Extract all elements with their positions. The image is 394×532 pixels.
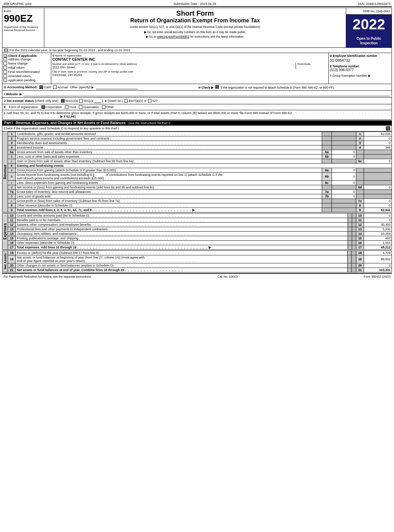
line-num-18: 18 — [356, 251, 364, 255]
expenses-table: 10 Grants and similar amounts paid (list… — [8, 213, 392, 250]
row-num-5a: 5a — [8, 150, 16, 155]
line-num-17: 17 — [356, 245, 364, 250]
revenue-side-label: Revenue — [2, 132, 8, 212]
k-label-letter: K — [4, 105, 6, 109]
shaded-10 — [348, 213, 352, 218]
row-desc-4: Investment income . . . . . . . . . . . … — [16, 145, 322, 150]
shaded-6d-sub2 — [332, 185, 356, 190]
sub-amount-6c: 0 — [332, 181, 356, 185]
shaded-7a-ln — [356, 190, 364, 194]
application-pending-checkbox[interactable] — [3, 78, 7, 82]
527-checkbox[interactable] — [148, 99, 151, 103]
shaded-17 — [348, 245, 352, 250]
shaded-15b — [352, 236, 356, 241]
accrual-checkbox[interactable] — [53, 85, 57, 89]
form-title-section: Short Form Return of Organization Exempt… — [44, 8, 346, 47]
row-shaded-3b — [332, 141, 356, 145]
revenue-section-wrapper: Revenue 1 Contributions, gifts, grants, … — [2, 132, 392, 212]
other-k-checkbox[interactable] — [102, 105, 105, 109]
row-shaded-1b — [332, 132, 356, 136]
return-title: Return of Organization Exempt From Incom… — [46, 17, 344, 24]
net-assets-section-wrapper: Net Assets 18 Excess or (deficit) for th… — [2, 250, 392, 272]
row-num-20: 20 — [8, 263, 16, 268]
website-input[interactable] — [23, 92, 390, 96]
501c3-checkbox[interactable] — [61, 99, 65, 103]
line-num-9: 9 — [356, 208, 364, 212]
page: efile GRAPHIC print Submission Date - 20… — [0, 0, 394, 281]
row-shaded-2 — [322, 136, 332, 141]
table-row: 17 Total expenses. Add lines 10 through … — [8, 245, 392, 250]
irs-link[interactable]: www.irs.gov/Form990EZ — [157, 35, 189, 38]
name-change-checkbox[interactable] — [3, 62, 7, 65]
4947a-label: 4947(a)(1) or — [128, 99, 147, 103]
name-change-label: Name change — [8, 62, 28, 65]
amount-21: 103,331 — [364, 268, 392, 272]
h-checkbox[interactable] — [215, 85, 219, 89]
501c-checkbox[interactable] — [79, 99, 83, 103]
omb-box: OMB No. 1545-0047 — [346, 8, 392, 15]
trust-checkbox[interactable] — [65, 105, 68, 109]
footer: For Paperwork Reduction Act Notice, see … — [2, 273, 392, 279]
address-change-checkbox[interactable] — [3, 58, 7, 61]
row-desc-20: Other changes in net assets or fund bala… — [16, 263, 348, 268]
shaded-6b-amt — [364, 173, 392, 181]
shaded-7a-amt — [364, 190, 392, 194]
section-c: C Name of organization CONTACT CENTER IN… — [51, 53, 329, 84]
schedule-o-checkbox[interactable] — [386, 126, 390, 130]
shaded-20b — [352, 263, 356, 268]
row-num-6: 6 — [8, 164, 16, 168]
initial-return-checkbox[interactable] — [3, 66, 7, 69]
shaded-8-sub2 — [332, 203, 356, 208]
shaded-18b — [352, 251, 356, 255]
sub-label-7a: 7a — [322, 190, 332, 194]
corp-checkbox[interactable] — [42, 105, 45, 109]
section-j: J Tax-exempt status (check only one) 501… — [2, 98, 392, 104]
expenses-table-container: 10 Grants and similar amounts paid (list… — [8, 213, 392, 250]
check-amended: Amended return — [3, 74, 50, 78]
amount-19: 98,602 — [364, 255, 392, 263]
row-desc-10: Grants and similar amounts paid (list in… — [16, 213, 348, 218]
form-header-right: OMB No. 1545-0047 2022 Open to Public In… — [346, 8, 392, 47]
city-row: City or town, state or province, country… — [52, 70, 327, 77]
row-shaded-4b — [332, 145, 356, 150]
line-num-15: 15 — [356, 236, 364, 241]
corp-label: Corporation — [46, 105, 62, 109]
other-k-option: Other — [102, 105, 114, 109]
assoc-checkbox[interactable] — [79, 105, 82, 109]
sub-label-6b: 6b — [322, 173, 332, 181]
table-row: 6 Gaming and fundraising events — [8, 164, 392, 168]
501c-insert[interactable] — [94, 99, 101, 103]
other-k-label: Other — [106, 105, 114, 109]
submission-date: Submission Date - 2023-04-29 — [173, 2, 216, 6]
irs-label: Internal Revenue Service — [4, 29, 43, 32]
line-num-11: 11 — [356, 218, 364, 223]
table-row: 12 Salaries, other compensation, and emp… — [8, 223, 392, 227]
other-label: Other (specify) ▶ — [70, 85, 94, 89]
shaded-13b — [352, 227, 356, 232]
form-subtitle: Under section 501(c), 527, or 4947(a)(1)… — [46, 25, 344, 29]
shaded-12 — [348, 223, 352, 227]
form-number-section: Form 990EZ Department of the Treasury In… — [2, 8, 44, 47]
amount-12: 30,350 — [364, 223, 392, 227]
row-desc-6d: Net income or (loss) from gaming and fun… — [16, 185, 322, 190]
amount-2: 0 — [364, 136, 392, 141]
4947a-checkbox[interactable] — [124, 99, 128, 103]
final-return-checkbox[interactable] — [3, 70, 7, 74]
amended-checkbox[interactable] — [3, 74, 7, 78]
row-desc-19: Net assets or fund balances at beginning… — [16, 255, 348, 263]
shaded-7b-amt — [364, 194, 392, 199]
shaded-14 — [348, 232, 352, 236]
accrual-option: Accrual — [53, 85, 68, 89]
shaded-6d-sub — [322, 185, 332, 190]
amount-18: 4,729 — [364, 251, 392, 255]
trust-option: Trust — [65, 105, 76, 109]
sub-label-7b: 7b — [322, 194, 332, 199]
shaded-17b — [352, 245, 356, 250]
table-row: b Less: cost or other basis and sales ex… — [8, 155, 392, 159]
revenue-label-text: Revenue — [3, 165, 7, 179]
sub-label-5b: 5b — [322, 155, 332, 159]
shaded-5c-sub — [322, 159, 332, 164]
net-assets-table-container: 18 Excess or (deficit) for the year (Sub… — [8, 250, 392, 272]
city-value: Cincinnati, OH 45202 — [52, 73, 327, 77]
cash-checkbox[interactable] — [39, 85, 43, 89]
